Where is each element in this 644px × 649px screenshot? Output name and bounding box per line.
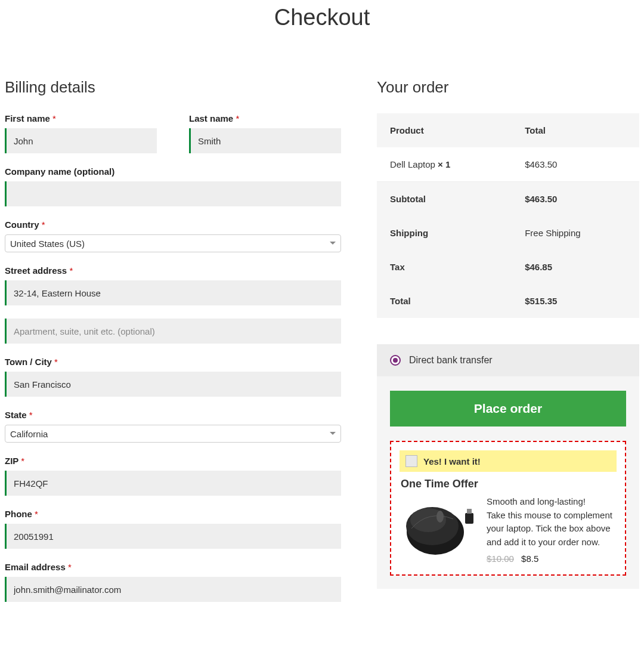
order-item-row: Dell Laptop × 1 $463.50 <box>377 147 639 182</box>
zip-input[interactable] <box>5 471 341 496</box>
one-time-offer: Yes! I want it! One Time Offer <box>390 441 626 576</box>
radio-selected-icon <box>390 355 401 366</box>
col-product: Product <box>377 113 512 147</box>
city-label: Town / City * <box>5 357 341 367</box>
offer-title: One Time Offer <box>401 478 615 490</box>
required-mark: * <box>236 113 239 123</box>
offer-new-price: $8.5 <box>521 554 538 564</box>
order-heading: Your order <box>377 78 639 97</box>
company-input[interactable] <box>5 181 341 206</box>
subtotal-value: $463.50 <box>512 182 639 217</box>
required-mark: * <box>42 220 45 230</box>
email-input[interactable] <box>5 577 341 602</box>
street-label: Street address * <box>5 265 341 276</box>
country-label: Country * <box>5 220 341 230</box>
svg-rect-4 <box>465 513 473 524</box>
svg-rect-5 <box>467 509 472 514</box>
city-input[interactable] <box>5 372 341 397</box>
payment-method-label: Direct bank transfer <box>409 355 493 366</box>
shipping-label: Shipping <box>377 216 512 250</box>
col-total: Total <box>512 113 639 147</box>
first-name-label: First name * <box>5 113 157 123</box>
required-mark: * <box>69 265 73 276</box>
required-mark: * <box>52 113 56 123</box>
payment-method-row[interactable]: Direct bank transfer <box>377 344 639 376</box>
required-mark: * <box>68 562 72 572</box>
required-mark: * <box>54 357 58 367</box>
offer-yes-label: Yes! I want it! <box>423 456 481 466</box>
offer-line2: Take this mouse to complement your lapto… <box>487 509 617 549</box>
offer-opt-in[interactable]: Yes! I want it! <box>400 450 617 472</box>
phone-input[interactable] <box>5 524 341 549</box>
order-table: Product Total Dell Laptop × 1 $463.50 <box>377 113 639 318</box>
checkbox-icon[interactable] <box>405 455 417 467</box>
offer-old-price: $10.00 <box>487 554 514 564</box>
total-label: Total <box>377 284 512 318</box>
tax-value: $46.85 <box>512 250 639 284</box>
subtotal-label: Subtotal <box>377 182 512 217</box>
first-name-input[interactable] <box>5 128 157 153</box>
billing-heading: Billing details <box>5 78 341 97</box>
item-total: $463.50 <box>512 147 639 182</box>
offer-line1: Smooth and long-lasting! <box>487 495 617 509</box>
required-mark: * <box>21 456 24 466</box>
country-select[interactable]: United States (US) <box>5 234 341 252</box>
state-label: State * <box>5 410 341 420</box>
page-title: Checkout <box>5 5 639 30</box>
total-value: $515.35 <box>512 284 639 318</box>
svg-point-3 <box>436 511 444 523</box>
company-label: Company name (optional) <box>5 166 341 177</box>
shipping-value: Free Shipping <box>512 216 639 250</box>
street-input[interactable] <box>5 280 341 305</box>
phone-label: Phone * <box>5 509 341 519</box>
place-order-button[interactable]: Place order <box>390 391 626 427</box>
zip-label: ZIP * <box>5 456 341 466</box>
email-label: Email address * <box>5 562 341 572</box>
state-select[interactable]: California <box>5 425 341 443</box>
last-name-label: Last name * <box>189 113 341 123</box>
required-mark: * <box>35 509 38 519</box>
required-mark: * <box>29 410 33 420</box>
last-name-input[interactable] <box>189 128 341 153</box>
mouse-product-image <box>400 495 479 561</box>
item-qty: × 1 <box>438 159 450 169</box>
item-name: Dell Laptop <box>390 159 438 169</box>
tax-label: Tax <box>377 250 512 284</box>
street2-input[interactable] <box>5 319 341 344</box>
